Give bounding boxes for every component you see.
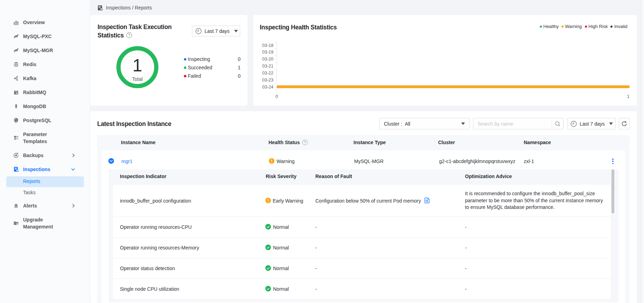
svg-text:03-22: 03-22 (262, 71, 273, 76)
svg-text:03-21: 03-21 (262, 64, 273, 69)
svg-text:?: ? (304, 140, 306, 145)
svg-text:1: 1 (627, 94, 630, 99)
svg-text:0: 0 (276, 94, 278, 99)
svg-text:03-18: 03-18 (262, 43, 273, 48)
svg-text:?: ? (128, 33, 130, 37)
svg-text:03-20: 03-20 (262, 57, 273, 62)
svg-text:03-23: 03-23 (262, 78, 273, 83)
svg-text:03-19: 03-19 (262, 50, 273, 55)
svg-text:03-24: 03-24 (262, 85, 273, 90)
